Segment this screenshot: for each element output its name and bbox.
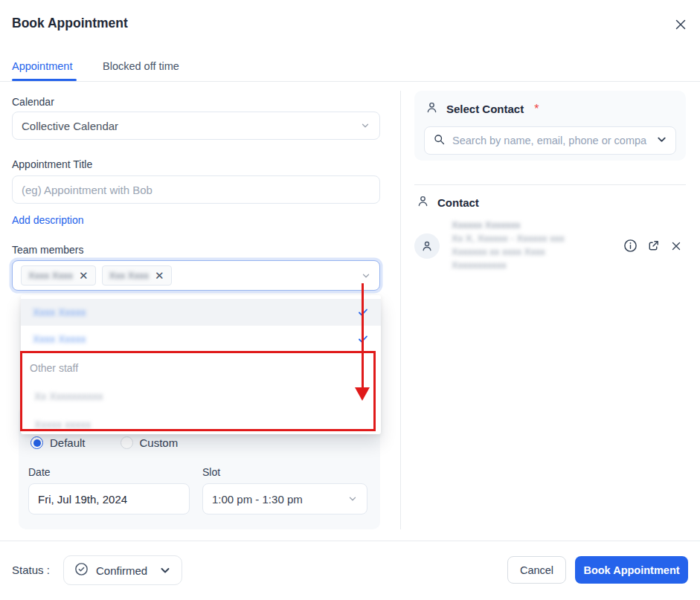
custom-radio[interactable] bbox=[121, 436, 133, 449]
contact-search-input[interactable] bbox=[452, 135, 649, 146]
tabs-divider bbox=[0, 81, 700, 82]
required-asterisk: * bbox=[534, 103, 539, 116]
tab-appointment[interactable]: Appointment bbox=[12, 60, 72, 72]
team-members-dropdown: Xxxx Xxxxx Xxxx Xxxxx Other staff Xx Xxx… bbox=[21, 295, 381, 434]
slot-mode-radio-group: Default Custom bbox=[30, 436, 178, 449]
chip-label: Xxxx Xxxx bbox=[28, 270, 73, 281]
dropdown-group-label: Other staff bbox=[30, 362, 369, 374]
slot-value: 1:00 pm - 1:30 pm bbox=[212, 493, 303, 506]
person-icon bbox=[416, 194, 430, 211]
contact-search-box bbox=[424, 126, 676, 155]
slot-select[interactable]: 1:00 pm - 1:30 pm bbox=[202, 483, 367, 514]
calendar-label: Calendar bbox=[12, 96, 54, 108]
add-description-link[interactable]: Add description bbox=[12, 214, 84, 226]
team-members-multiselect[interactable]: Xxxx Xxxx ✕ Xxx Xxxx ✕ bbox=[12, 260, 380, 291]
contact-section-header: Contact bbox=[416, 194, 479, 211]
default-radio[interactable] bbox=[30, 436, 43, 449]
chevron-down-icon bbox=[159, 564, 171, 576]
contact-avatar bbox=[414, 233, 440, 259]
search-icon bbox=[433, 133, 446, 149]
select-contact-panel: Select Contact * bbox=[414, 91, 686, 161]
date-input[interactable]: Fri, Jul 19th, 2024 bbox=[28, 483, 190, 514]
page-title: Book Appointment bbox=[12, 16, 128, 31]
column-divider bbox=[400, 91, 401, 529]
dropdown-option-other-staff[interactable]: Xx Xxxxxxxxxx bbox=[34, 390, 369, 402]
footer-divider bbox=[0, 541, 700, 541]
chip-label: Xxx Xxxx bbox=[109, 270, 149, 281]
contact-actions bbox=[623, 239, 683, 253]
chevron-down-icon[interactable] bbox=[656, 134, 667, 148]
external-link-icon[interactable] bbox=[646, 239, 661, 253]
remove-chip-icon[interactable]: ✕ bbox=[79, 270, 89, 281]
contact-details: Xxxxxx Xxxxxxx Xx X, Xxxxxx - Xxxxxx xxx… bbox=[452, 219, 565, 272]
book-appointment-button[interactable]: Book Appointment bbox=[575, 556, 688, 584]
contact-label: Contact bbox=[437, 196, 479, 209]
remove-chip-icon[interactable]: ✕ bbox=[155, 270, 164, 281]
chevron-down-icon bbox=[360, 120, 370, 131]
option-label: Xxxx Xxxxx bbox=[33, 333, 86, 345]
chevron-down-icon bbox=[361, 271, 371, 281]
contact-section-divider bbox=[414, 184, 686, 185]
close-icon[interactable] bbox=[673, 17, 688, 32]
option-label: Xxxx Xxxxx bbox=[33, 306, 86, 318]
dropdown-option-selected[interactable]: Xxxx Xxxxx bbox=[21, 326, 381, 352]
contact-name: Xxxxxx Xxxxxxx bbox=[452, 219, 565, 232]
chevron-down-icon bbox=[347, 494, 358, 504]
team-members-label: Team members bbox=[12, 244, 83, 256]
status-select[interactable]: Confirmed bbox=[63, 555, 182, 585]
cancel-button[interactable]: Cancel bbox=[507, 556, 566, 584]
check-circle-icon bbox=[74, 562, 89, 579]
default-radio-label: Default bbox=[50, 436, 86, 449]
book-appointment-modal: Book Appointment Appointment Blocked off… bbox=[0, 0, 700, 600]
status-label: Status : bbox=[12, 564, 50, 576]
tab-blocked-off-time[interactable]: Blocked off time bbox=[103, 60, 179, 72]
appointment-title-field-wrap bbox=[12, 175, 380, 204]
check-icon bbox=[357, 333, 369, 345]
dropdown-option-other-staff[interactable]: Xxxxx xxxxx bbox=[34, 419, 369, 430]
select-contact-label: Select Contact bbox=[446, 103, 524, 115]
check-icon bbox=[357, 306, 369, 318]
date-value: Fri, Jul 19th, 2024 bbox=[38, 493, 127, 506]
calendar-select-value: Collective Calendar bbox=[22, 120, 118, 132]
calendar-select[interactable]: Collective Calendar bbox=[12, 112, 380, 140]
person-icon bbox=[425, 100, 439, 117]
info-icon[interactable] bbox=[623, 239, 638, 253]
appointment-title-input[interactable] bbox=[22, 184, 370, 196]
custom-radio-label: Custom bbox=[140, 436, 179, 449]
team-member-chip: Xxxx Xxxx ✕ bbox=[21, 265, 96, 286]
appointment-title-label: Appointment Title bbox=[12, 158, 92, 170]
status-value: Confirmed bbox=[96, 564, 147, 577]
dropdown-option-selected[interactable]: Xxxx Xxxxx bbox=[21, 299, 381, 326]
contact-detail-line: Xxxxxxxxxxx bbox=[452, 259, 565, 272]
contact-detail-line: Xxxxxxx xx xxxx Xxxx bbox=[452, 245, 565, 259]
date-label: Date bbox=[28, 466, 51, 478]
remove-contact-icon[interactable] bbox=[670, 239, 683, 253]
team-member-chip: Xxx Xxxx ✕ bbox=[102, 265, 172, 286]
slot-label: Slot bbox=[202, 466, 220, 478]
contact-detail-line: Xx X, Xxxxxx - Xxxxxx xxx bbox=[452, 232, 565, 245]
